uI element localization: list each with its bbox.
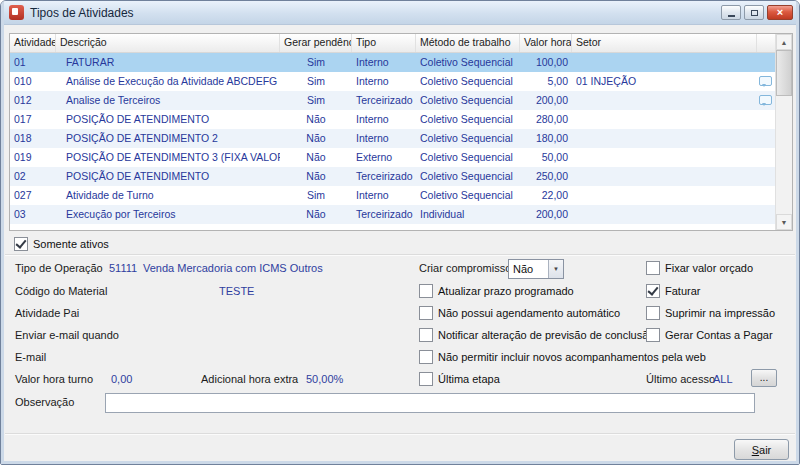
adicional-hora-extra-value: 50,00% xyxy=(306,373,343,385)
checkbox-somente-ativos[interactable]: Somente ativos xyxy=(14,237,109,251)
cell-note xyxy=(757,53,775,72)
sair-button[interactable]: Sair xyxy=(734,439,789,460)
cell-setor xyxy=(572,53,757,72)
cell-valor: 22,00 xyxy=(520,186,572,205)
scrollbar-thumb[interactable] xyxy=(776,50,792,96)
checkbox-label: Não permitir incluir novos acompanhament… xyxy=(438,351,706,363)
cell-descricao: POSIÇÃO DE ATENDIMENTO xyxy=(56,110,280,129)
titlebar[interactable]: Tipos de Atividades × xyxy=(1,1,799,25)
cell-atividade: 01 xyxy=(10,53,56,72)
cell-pendencia: Não xyxy=(280,167,352,186)
checkbox-label: Não possui agendamento automático xyxy=(438,307,620,319)
comment-icon xyxy=(759,76,772,86)
cell-atividade: 010 xyxy=(10,72,56,91)
checkbox-box xyxy=(14,237,28,251)
valor-hora-turno-label: Valor hora turno xyxy=(15,373,93,385)
scroll-up-button[interactable]: ▲ xyxy=(776,34,792,50)
checkbox-gerar-contas-pagar[interactable]: Gerar Contas a Pagar xyxy=(646,328,773,342)
checkbox-label: Somente ativos xyxy=(33,238,109,250)
app-icon xyxy=(9,5,24,20)
cell-valor: 180,00 xyxy=(520,129,572,148)
table-row[interactable]: 03Execução por TerceirosNãoTerceirizadoI… xyxy=(10,205,775,224)
cell-tipo: Interno xyxy=(352,53,416,72)
scroll-down-button[interactable]: ▼ xyxy=(776,214,792,230)
checkbox-label: Notificar alteração de previsão de concl… xyxy=(438,329,654,341)
table-row[interactable]: 01FATURARSimInternoColetivo Sequencial10… xyxy=(10,53,775,72)
cell-descricao: Execução por Terceiros xyxy=(56,205,280,224)
cell-pendencia: Sim xyxy=(280,72,352,91)
cell-pendencia: Não xyxy=(280,148,352,167)
column-header-spacer xyxy=(757,34,775,52)
cell-pendencia: Sim xyxy=(280,186,352,205)
sair-button-label: Sair xyxy=(735,444,788,456)
window-controls: × xyxy=(721,5,793,20)
cell-metodo: Coletivo Sequencial xyxy=(416,91,520,110)
criar-compromisso-label: Criar compromisso xyxy=(419,262,511,274)
cell-atividade: 03 xyxy=(10,205,56,224)
checkbox-box xyxy=(646,284,660,298)
table-row[interactable]: 017POSIÇÃO DE ATENDIMENTONãoInternoColet… xyxy=(10,110,775,129)
checkbox-nao-permitir-web[interactable]: Não permitir incluir novos acompanhament… xyxy=(419,350,706,364)
column-header-tipo[interactable]: Tipo xyxy=(352,34,416,52)
column-header-setor[interactable]: Setor xyxy=(572,34,757,52)
checkbox-fixar-valor-orcado[interactable]: Fixar valor orçado xyxy=(646,261,753,275)
column-header-atividade[interactable]: Atividade xyxy=(10,34,56,52)
cell-metodo: Coletivo Sequencial xyxy=(416,110,520,129)
adicional-hora-extra-label: Adicional hora extra xyxy=(201,373,298,385)
cell-setor xyxy=(572,148,757,167)
column-header-metodo-trabalho[interactable]: Método de trabalho xyxy=(416,34,520,52)
cell-valor: 100,00 xyxy=(520,53,572,72)
cell-pendencia: Sim xyxy=(280,53,352,72)
checkbox-label: Suprimir na impressão xyxy=(665,307,775,319)
cell-metodo: Coletivo Sequencial xyxy=(416,148,520,167)
window-title: Tipos de Atividades xyxy=(30,6,134,20)
cell-tipo: Interno xyxy=(352,186,416,205)
cell-note xyxy=(757,148,775,167)
cell-note xyxy=(757,72,775,91)
cell-atividade: 02 xyxy=(10,167,56,186)
checkbox-suprimir-impressao[interactable]: Suprimir na impressão xyxy=(646,306,775,320)
atividade-pai-label: Atividade Pai xyxy=(15,307,79,319)
table-row[interactable]: 018POSIÇÃO DE ATENDIMENTO 2NãoInternoCol… xyxy=(10,129,775,148)
cell-note xyxy=(757,91,775,110)
column-header-descricao[interactable]: Descrição xyxy=(56,34,280,52)
cell-note xyxy=(757,129,775,148)
table-row[interactable]: 02POSIÇÃO DE ATENDIMENTONãoTerceirizadoC… xyxy=(10,167,775,186)
close-button[interactable]: × xyxy=(767,5,793,20)
grid-body: 01FATURARSimInternoColetivo Sequencial10… xyxy=(10,53,775,224)
table-row[interactable]: 027Atividade de TurnoSimInternoColetivo … xyxy=(10,186,775,205)
checkbox-atualizar-prazo[interactable]: Atualizar prazo programado xyxy=(419,284,574,298)
tipo-operacao-code: 51111 xyxy=(109,262,137,274)
checkbox-ultima-etapa[interactable]: Última etapa xyxy=(419,372,500,386)
checkbox-box xyxy=(646,328,660,342)
cell-atividade: 018 xyxy=(10,129,56,148)
table-row[interactable]: 019POSIÇÃO DE ATENDIMENTO 3 (FIXA VALOR)… xyxy=(10,148,775,167)
vertical-scrollbar[interactable]: ▲ ▼ xyxy=(775,34,792,230)
cell-descricao: POSIÇÃO DE ATENDIMENTO 3 (FIXA VALOR) xyxy=(56,148,280,167)
checkbox-label: Gerar Contas a Pagar xyxy=(665,329,773,341)
criar-compromisso-select[interactable]: Não ▼ xyxy=(508,259,564,279)
minimize-button[interactable] xyxy=(721,5,741,20)
cell-tipo: Interno xyxy=(352,72,416,91)
enviar-email-quando-label: Enviar e-mail quando xyxy=(15,329,119,341)
observacao-input[interactable] xyxy=(105,393,755,413)
column-header-valor-hora[interactable]: Valor hora xyxy=(520,34,572,52)
cell-atividade: 019 xyxy=(10,148,56,167)
table-row[interactable]: 012Analise de TerceirosSimTerceirizadoCo… xyxy=(10,91,775,110)
cell-metodo: Coletivo Sequencial xyxy=(416,53,520,72)
table-row[interactable]: 010Análise de Execução da Atividade ABCD… xyxy=(10,72,775,91)
ultimo-acesso-browse-button[interactable]: ... xyxy=(751,369,777,387)
checkbox-faturar[interactable]: Faturar xyxy=(646,284,700,298)
cell-descricao: Atividade de Turno xyxy=(56,186,280,205)
maximize-button[interactable] xyxy=(744,5,764,20)
footer-separator xyxy=(5,433,795,435)
cell-tipo: Interno xyxy=(352,110,416,129)
column-header-gerar-pendencia[interactable]: Gerar pendência xyxy=(280,34,352,52)
checkbox-box xyxy=(646,261,660,275)
cell-note xyxy=(757,205,775,224)
cell-metodo: Individual xyxy=(416,205,520,224)
chevron-down-icon: ▼ xyxy=(548,260,563,278)
checkbox-nao-possui-agendamento[interactable]: Não possui agendamento automático xyxy=(419,306,620,320)
cell-note xyxy=(757,186,775,205)
checkbox-notificar-alteracao[interactable]: Notificar alteração de previsão de concl… xyxy=(419,328,654,342)
